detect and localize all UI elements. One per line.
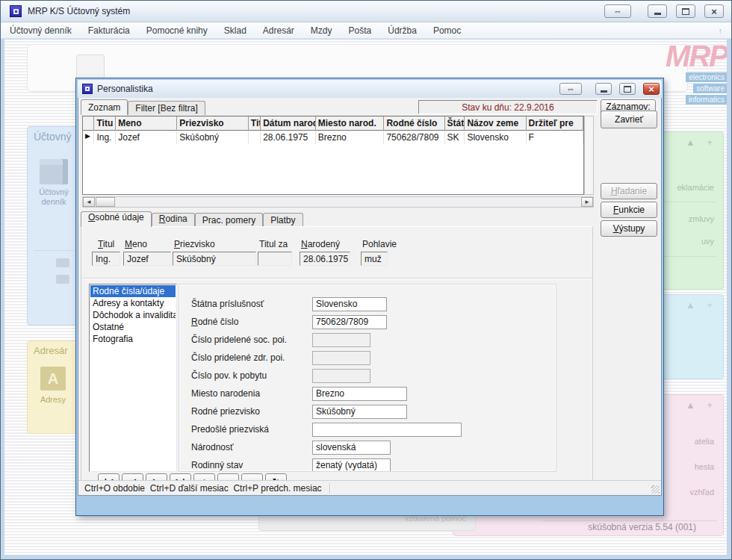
col-header[interactable]: Dátum narod.: [261, 116, 316, 131]
field-label: Miesto narodenia: [191, 388, 312, 399]
menu-item-mzdy[interactable]: Mzdy: [311, 25, 332, 36]
cell: 750628/7809: [384, 131, 444, 144]
panel-header: Účtovný: [28, 127, 80, 143]
menu-item-adresar[interactable]: Adresár: [263, 25, 294, 36]
hladanie-button[interactable]: Hľadanie: [611, 186, 647, 196]
narodeny-field[interactable]: 28.06.1975: [300, 252, 350, 266]
rodne-cislo-field[interactable]: 750628/7809: [312, 315, 387, 329]
field-label: Číslo pridelené zdr. poi.: [191, 352, 312, 363]
cell: Ing.: [94, 131, 116, 144]
dialog-titlebar[interactable]: Personalistika ⇔ ×: [78, 80, 662, 98]
resize-grip[interactable]: [651, 485, 660, 494]
records-table[interactable]: Titu Meno Priezvisko Tit Dátum narod. Mi…: [82, 116, 584, 195]
col-header[interactable]: Tit: [249, 116, 261, 131]
zavriet-button[interactable]: Zavrieť: [601, 111, 657, 128]
tab-prac-pomery[interactable]: Prac. pomery: [195, 213, 263, 227]
tab-osobne-udaje[interactable]: Osobné údaje: [81, 211, 152, 227]
app-close-button[interactable]: ×: [704, 4, 724, 18]
menu-item-pomoc[interactable]: Pomoc: [433, 25, 461, 36]
col-header[interactable]: Názov zeme: [465, 116, 526, 131]
scroll-left-arrow-icon[interactable]: ◄: [83, 197, 95, 207]
dialog-maximize-button[interactable]: [619, 83, 636, 95]
meno-label: Meno: [125, 239, 147, 249]
maximize-icon: [624, 86, 631, 93]
menu-item-posta[interactable]: Pošta: [349, 25, 372, 36]
col-header[interactable]: Rodné číslo: [384, 116, 444, 131]
menu-item-fakturacia[interactable]: Fakturácia: [88, 25, 130, 36]
predosle-priezviska-field[interactable]: [312, 423, 462, 437]
narodnost-field[interactable]: slovenská: [312, 441, 391, 455]
funkcie-button[interactable]: Funkcie: [613, 205, 645, 215]
list-item-adresy-kontakty[interactable]: Adresy a kontakty: [90, 297, 176, 309]
main-tabstrip: Zoznam Filter [Bez filtra]: [81, 99, 205, 115]
statusbar-divider: [329, 483, 331, 494]
meno-field[interactable]: Jozef: [123, 252, 171, 266]
dialog-body: Zoznam Filter [Bez filtra] Stav ku dňu: …: [78, 98, 662, 496]
statna-prislusnost-field[interactable]: Slovensko: [312, 297, 387, 311]
cell: Brezno: [316, 131, 385, 144]
tab-rodina[interactable]: Rodina: [152, 213, 195, 227]
menu-collapse-arrow-icon[interactable]: ↑: [719, 26, 723, 35]
list-item-fotografia[interactable]: Fotografia: [90, 333, 176, 345]
scrollbar-thumb[interactable]: [96, 197, 115, 207]
list-item-rodne-cisla[interactable]: Rodné čísla/údaje: [90, 285, 176, 297]
table-vertical-scrollbar[interactable]: [584, 116, 594, 195]
scroll-right-arrow-icon[interactable]: ►: [581, 197, 593, 207]
tab-filter[interactable]: Filter [Bez filtra]: [128, 101, 205, 115]
cell: SK: [445, 131, 465, 144]
table-horizontal-scrollbar[interactable]: ◄ ►: [82, 196, 594, 208]
tab-platby[interactable]: Platby: [263, 213, 303, 227]
tab-zoznam[interactable]: Zoznam: [81, 99, 128, 115]
dialog-minimize-button[interactable]: [595, 83, 612, 95]
pohlavie-field[interactable]: muž: [361, 252, 388, 266]
cell: Jozef: [116, 131, 177, 144]
cell: Slovensko: [465, 131, 526, 144]
menu-item-uctovny-dennik[interactable]: Účtovný denník: [10, 25, 72, 36]
minimize-icon: [601, 90, 607, 93]
priezvisko-field[interactable]: Skúšobný: [173, 252, 256, 266]
divider: [81, 278, 592, 279]
app-maximize-button[interactable]: [676, 4, 695, 18]
titul-za-field[interactable]: [258, 252, 292, 266]
vystupy-button[interactable]: Výstupy: [613, 223, 645, 234]
menu-item-sklad[interactable]: Sklad: [224, 25, 246, 36]
dialog-icon: [82, 84, 93, 94]
field-label: Rodné priezvisko: [191, 406, 312, 417]
mrp-logo-text: MRP: [623, 41, 727, 71]
dialog-restore-button[interactable]: ⇔: [559, 83, 582, 95]
col-header[interactable]: Priezvisko: [177, 116, 248, 131]
logo-tag: informatics: [686, 95, 727, 105]
dialog-statusbar: Ctrl+O obdobie Ctrl+D ďalší mesiac Ctrl+…: [78, 480, 661, 495]
col-header[interactable]: Miesto narod.: [316, 116, 385, 131]
narodeny-label: Narodený: [301, 239, 340, 249]
cislo-soc-poi-field: [312, 333, 370, 347]
menu-item-udrzba[interactable]: Údržba: [388, 25, 417, 36]
close-icon: ×: [648, 84, 654, 94]
status-date-field: Stav ku dňu: 22.9.2016: [418, 100, 598, 114]
app-restore-button[interactable]: ⇔: [604, 4, 631, 18]
list-item-ostatne[interactable]: Ostatné: [90, 321, 176, 333]
double-arrow-icon: ⇔: [613, 7, 622, 16]
table-row[interactable]: ▶ Ing. Jozef Skúšobný 28.06.1975 Brezno …: [83, 131, 583, 144]
col-header[interactable]: Titu: [94, 116, 116, 131]
app-minimize-button[interactable]: [648, 4, 667, 18]
titul-field[interactable]: Ing.: [92, 252, 120, 266]
col-header[interactable]: Štát: [445, 116, 465, 131]
category-listbox: Rodné čísla/údaje Adresy a kontakty Dôch…: [89, 284, 177, 472]
close-icon: ×: [711, 7, 717, 16]
cislo-pov-pobytu-field: [312, 369, 370, 383]
titul-za-label: Titul za: [259, 239, 288, 249]
rodinny-stav-field[interactable]: ženatý (vydatá): [312, 458, 391, 473]
rodne-priezvisko-field[interactable]: Skúšobný: [312, 405, 407, 419]
miesto-narodenia-field[interactable]: Brezno: [312, 387, 407, 401]
col-header[interactable]: Držiteľ pre: [527, 116, 583, 131]
desktop-background: MRP electronics software informatics Účt…: [4, 40, 727, 555]
menu-item-pomocne-knihy[interactable]: Pomocné knihy: [146, 25, 208, 36]
list-item-dochodok[interactable]: Dôchodok a invalidita: [90, 309, 176, 321]
field-label: Rodinný stav: [191, 460, 312, 470]
calculator-icon: [56, 275, 69, 284]
panel-item-label: Adresy: [28, 395, 78, 404]
pohlavie-label: Pohlavie: [362, 239, 397, 249]
dialog-close-button[interactable]: ×: [643, 83, 660, 95]
col-header[interactable]: Meno: [116, 116, 177, 131]
